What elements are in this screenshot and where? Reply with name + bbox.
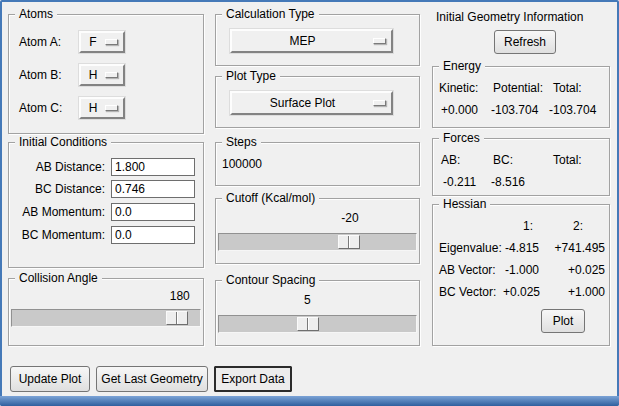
bc-momentum-input[interactable] xyxy=(111,226,195,244)
hessian-group-title: Hessian xyxy=(439,197,490,212)
hessian-bc-vector-1: +0.025 xyxy=(503,285,539,299)
calculation-type-group: Calculation Type MEP xyxy=(215,14,420,66)
collision-angle-slider-thumb[interactable] xyxy=(166,311,188,325)
option-menu-indicator-icon xyxy=(105,39,118,45)
get-last-geometry-button[interactable]: Get Last Geometry xyxy=(96,366,208,392)
energy-group: Energy Kinetic: Potential: Total: +0.000… xyxy=(432,66,610,128)
energy-potential-value: -103.704 xyxy=(491,103,538,117)
refresh-button[interactable]: Refresh xyxy=(494,30,556,54)
ab-distance-label: AB Distance: xyxy=(11,160,111,174)
plot-button[interactable]: Plot xyxy=(541,309,585,333)
forces-group-title: Forces xyxy=(439,131,484,146)
contour-spacing-slider-track[interactable] xyxy=(218,315,417,333)
ab-momentum-label: AB Momentum: xyxy=(11,205,111,219)
atom-a-select[interactable]: F xyxy=(79,31,125,53)
forces-bc-label: BC: xyxy=(493,153,513,167)
contour-spacing-slider-thumb[interactable] xyxy=(297,317,319,331)
app-window: Atoms Atom A: F Atom B: H Atom C: H Init… xyxy=(0,0,619,406)
atom-b-label: Atom B: xyxy=(19,68,69,82)
hessian-col2-header: 2: xyxy=(573,219,583,233)
plot-type-group: Plot Type Surface Plot xyxy=(215,76,420,128)
hessian-bc-vector-row: BC Vector: +0.025 +1.000 xyxy=(439,285,605,299)
hessian-bc-vector-label: BC Vector: xyxy=(439,285,503,299)
collision-angle-value: 180 xyxy=(170,289,190,303)
steps-input[interactable] xyxy=(222,157,414,171)
hessian-eigenvalue-label: Eigenvalue: xyxy=(439,241,503,255)
hessian-ab-vector-label: AB Vector: xyxy=(439,263,503,277)
atom-a-label: Atom A: xyxy=(19,35,69,49)
bc-momentum-row: BC Momentum: xyxy=(11,225,195,245)
atom-a-value: F xyxy=(81,35,105,49)
energy-kinetic-value: +0.000 xyxy=(441,103,478,117)
collision-angle-slider-track[interactable] xyxy=(11,309,201,327)
plot-type-group-title: Plot Type xyxy=(222,69,280,84)
option-menu-indicator-icon xyxy=(105,105,118,111)
forces-bc-value: -8.516 xyxy=(491,175,525,189)
calculation-type-group-title: Calculation Type xyxy=(222,7,319,22)
energy-kinetic-label: Kinetic: xyxy=(439,81,478,95)
calculation-type-select[interactable]: MEP xyxy=(230,29,393,53)
atom-c-value: H xyxy=(81,101,105,115)
calculation-type-value: MEP xyxy=(232,34,373,48)
initial-conditions-group-title: Initial Conditions xyxy=(15,135,111,150)
steps-group: Steps xyxy=(215,142,420,186)
forces-ab-label: AB: xyxy=(441,153,460,167)
plot-type-select[interactable]: Surface Plot xyxy=(230,91,393,115)
atom-b-row: Atom B: H xyxy=(19,64,195,86)
atoms-group-title: Atoms xyxy=(15,7,57,22)
bc-distance-row: BC Distance: xyxy=(11,179,195,199)
cutoff-group-title: Cutoff (Kcal/mol) xyxy=(222,191,319,206)
collision-angle-group: Collision Angle 180 xyxy=(8,278,204,346)
hessian-eigenvalue-1: -4.815 xyxy=(503,241,539,255)
cutoff-slider-track[interactable] xyxy=(218,233,417,251)
contour-spacing-value: 5 xyxy=(304,293,311,307)
initial-geometry-info-title: Initial Geometry Information xyxy=(436,10,583,24)
ab-momentum-input[interactable] xyxy=(111,203,195,221)
hessian-bc-vector-2: +1.000 xyxy=(543,285,605,299)
forces-total-label: Total: xyxy=(553,153,582,167)
ab-distance-input[interactable] xyxy=(111,158,195,176)
atom-c-row: Atom C: H xyxy=(19,97,195,119)
contour-spacing-group: Contour Spacing 5 xyxy=(215,280,420,346)
hessian-ab-vector-2: +0.025 xyxy=(543,263,605,277)
ab-distance-row: AB Distance: xyxy=(11,157,195,177)
forces-ab-value: -0.211 xyxy=(443,175,476,189)
export-data-button[interactable]: Export Data xyxy=(214,366,292,392)
hessian-eigenvalue-2: +741.495 xyxy=(543,241,605,255)
atom-b-select[interactable]: H xyxy=(79,64,125,86)
hessian-eigenvalue-row: Eigenvalue: -4.815 +741.495 xyxy=(439,241,605,255)
atom-c-select[interactable]: H xyxy=(79,97,125,119)
collision-angle-group-title: Collision Angle xyxy=(15,271,102,286)
update-plot-button[interactable]: Update Plot xyxy=(10,366,90,392)
cutoff-slider-thumb[interactable] xyxy=(338,235,360,249)
atom-b-value: H xyxy=(81,68,105,82)
hessian-ab-vector-row: AB Vector: -1.000 +0.025 xyxy=(439,263,605,277)
window-border-bottom xyxy=(0,396,619,406)
cutoff-value: -20 xyxy=(341,211,358,225)
hessian-group: Hessian 1: 2: Eigenvalue: -4.815 +741.49… xyxy=(432,204,610,346)
contour-spacing-group-title: Contour Spacing xyxy=(222,273,319,288)
ab-momentum-row: AB Momentum: xyxy=(11,202,195,222)
initial-conditions-group: Initial Conditions AB Distance: BC Dista… xyxy=(8,142,204,268)
bc-distance-label: BC Distance: xyxy=(11,182,111,196)
atoms-group: Atoms Atom A: F Atom B: H Atom C: H xyxy=(8,14,204,134)
plot-type-value: Surface Plot xyxy=(232,96,373,110)
hessian-col1-header: 1: xyxy=(523,219,533,233)
steps-group-title: Steps xyxy=(222,135,261,150)
energy-potential-label: Potential: xyxy=(493,81,543,95)
forces-group: Forces AB: BC: Total: -0.211 -8.516 xyxy=(432,138,610,196)
atom-a-row: Atom A: F xyxy=(19,31,195,53)
hessian-ab-vector-1: -1.000 xyxy=(503,263,539,277)
option-menu-indicator-icon xyxy=(373,100,386,106)
atom-c-label: Atom C: xyxy=(19,101,69,115)
bc-momentum-label: BC Momentum: xyxy=(11,228,111,242)
energy-group-title: Energy xyxy=(439,59,485,74)
option-menu-indicator-icon xyxy=(373,38,386,44)
bc-distance-input[interactable] xyxy=(111,180,195,198)
energy-total-value: -103.704 xyxy=(549,103,596,117)
cutoff-group: Cutoff (Kcal/mol) -20 xyxy=(215,198,420,264)
energy-total-label: Total: xyxy=(553,81,582,95)
option-menu-indicator-icon xyxy=(105,72,118,78)
